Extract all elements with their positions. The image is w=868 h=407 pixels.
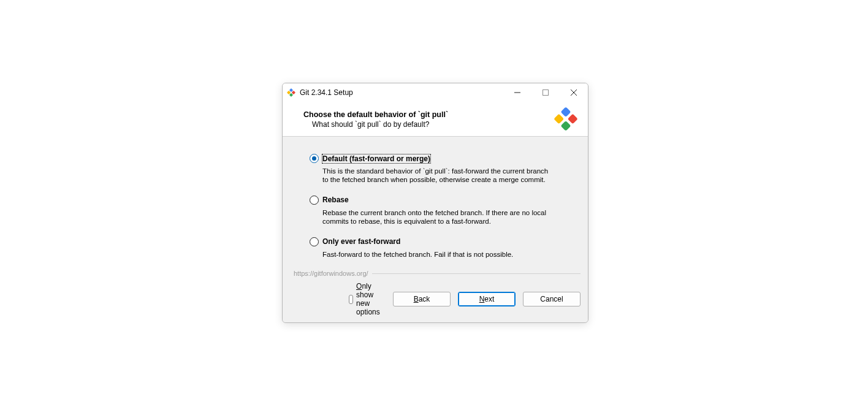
checkbox-icon[interactable] [349, 295, 353, 304]
option-label: Rebase [322, 196, 349, 204]
svg-rect-2 [289, 93, 293, 97]
svg-rect-9 [568, 114, 578, 124]
maximize-button[interactable] [531, 83, 560, 102]
installer-window: Git 2.34.1 Setup Choose the default beha… [282, 83, 588, 323]
svg-rect-0 [289, 88, 293, 92]
svg-rect-3 [287, 91, 291, 94]
options-area: Default (fast-forward or merge) This is … [283, 137, 588, 270]
git-logo-icon [554, 107, 578, 131]
option-rebase[interactable]: Rebase Rebase the current branch onto th… [310, 196, 568, 226]
radio-icon[interactable] [310, 154, 319, 163]
option-label: Only ever fast-forward [322, 237, 400, 246]
option-default[interactable]: Default (fast-forward or merge) This is … [310, 154, 568, 184]
page-title: Choose the default behavior of `git pull… [303, 110, 577, 119]
window-title: Git 2.34.1 Setup [300, 88, 503, 97]
svg-rect-8 [561, 107, 571, 117]
only-new-options-checkbox[interactable]: Only show new options [349, 282, 386, 316]
footer: https://gitforwindows.org/ Only show new… [283, 270, 588, 322]
back-button[interactable]: Back [393, 292, 451, 306]
svg-rect-11 [554, 114, 564, 124]
minimize-button[interactable] [503, 83, 531, 102]
close-button[interactable] [560, 83, 588, 102]
titlebar: Git 2.34.1 Setup [283, 83, 588, 102]
divider [372, 273, 581, 274]
option-ff-only[interactable]: Only ever fast-forward Fast-forward to t… [310, 237, 568, 259]
header-panel: Choose the default behavior of `git pull… [283, 102, 588, 137]
option-label: Default (fast-forward or merge) [322, 154, 430, 163]
git-icon [286, 88, 296, 97]
checkbox-label: Only show new options [356, 282, 386, 316]
option-desc: Rebase the current branch onto the fetch… [322, 208, 555, 226]
option-desc: This is the standard behavior of `git pu… [322, 167, 555, 184]
svg-rect-5 [543, 90, 549, 96]
next-button[interactable]: Next [458, 292, 516, 306]
svg-rect-1 [292, 91, 295, 94]
homepage-link[interactable]: https://gitforwindows.org/ [283, 270, 372, 277]
radio-icon[interactable] [310, 237, 319, 246]
cancel-button[interactable]: Cancel [523, 292, 581, 306]
svg-rect-10 [561, 121, 571, 131]
option-desc: Fast-forward to the fetched branch. Fail… [322, 250, 555, 259]
radio-icon[interactable] [310, 196, 319, 205]
page-subtitle: What should `git pull` do by default? [312, 120, 577, 129]
